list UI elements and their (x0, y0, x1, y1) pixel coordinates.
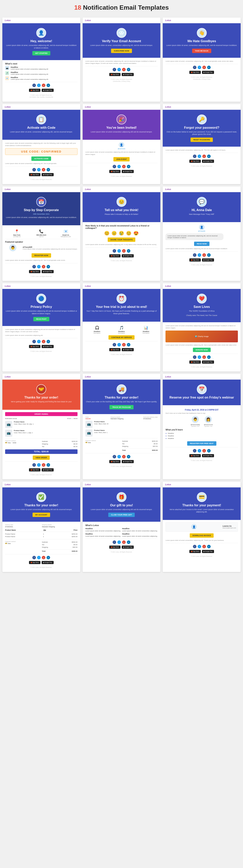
twitter-icon[interactable]: t (198, 155, 201, 158)
google-icon[interactable]: g (42, 265, 45, 269)
facebook-icon[interactable]: f (32, 340, 36, 343)
facebook-icon[interactable]: f (113, 455, 116, 459)
cta-button[interactable]: SUBSCRIBE NOW (111, 49, 132, 53)
linkedin-icon[interactable]: in (127, 68, 130, 71)
read-button[interactable]: READ POST (33, 317, 49, 321)
google-icon[interactable]: g (202, 66, 206, 69)
linkedin-icon[interactable]: in (47, 84, 50, 87)
facebook-icon[interactable]: f (113, 540, 116, 544)
download-invoice-button[interactable]: DOWNLOAD INVOICE (190, 533, 214, 538)
facebook-icon[interactable]: f (113, 165, 116, 168)
twitter-icon[interactable]: t (37, 84, 41, 87)
twitter-icon[interactable]: t (37, 168, 41, 172)
google-icon[interactable]: g (122, 165, 126, 168)
playstore-button[interactable]: ▶ Google Play (122, 348, 134, 351)
playstore-button[interactable]: ▶ Google Play (202, 454, 214, 457)
claim-button[interactable]: CLAIM YOUR FREE GIFT (108, 513, 135, 517)
linkedin-icon[interactable]: in (127, 540, 130, 544)
appstore-button[interactable]: 🍎 App Store (109, 460, 121, 463)
twitter-icon[interactable]: t (37, 556, 41, 559)
join-button[interactable]: JOIN EVENT (114, 157, 129, 161)
playstore-button[interactable]: ▶ Google Play (202, 550, 214, 553)
playstore-button[interactable]: ▶ Google Play (202, 71, 214, 74)
google-icon[interactable]: g (122, 68, 126, 71)
playstore-button[interactable]: ▶ Google Play (41, 561, 54, 564)
linkedin-icon[interactable]: in (47, 463, 50, 467)
google-icon[interactable]: g (122, 249, 126, 253)
playstore-button[interactable]: ▶ Google Play (122, 254, 134, 257)
playstore-button[interactable]: ▶ Google Play (202, 258, 214, 261)
playstore-button[interactable]: ▶ Google Play (41, 173, 54, 176)
appstore-button[interactable]: 🍎 App Store (109, 170, 121, 173)
google-icon[interactable]: g (202, 355, 206, 359)
appstore-button[interactable]: 🍎 App Store (189, 454, 201, 457)
facebook-icon[interactable]: f (113, 249, 116, 253)
twitter-icon[interactable]: t (198, 66, 201, 69)
rating-emoji-1[interactable]: 😊 (104, 231, 110, 236)
facebook-icon[interactable]: f (193, 355, 196, 359)
google-icon[interactable]: g (122, 343, 126, 346)
twitter-icon[interactable]: t (117, 165, 121, 168)
appstore-button[interactable]: 🍎 App Store (29, 345, 40, 348)
activate-button[interactable]: ACTIVATE CODE (31, 156, 51, 161)
google-icon[interactable]: g (202, 155, 206, 158)
linkedin-icon[interactable]: in (207, 545, 211, 548)
rating-emoji-2[interactable]: 😐 (112, 231, 117, 236)
appstore-button[interactable]: 🍎 App Store (189, 550, 201, 553)
facebook-icon[interactable]: f (193, 449, 196, 453)
twitter-icon[interactable]: t (198, 449, 201, 453)
linkedin-icon[interactable]: in (47, 340, 50, 343)
twitter-icon[interactable]: t (198, 355, 201, 359)
share-thoughts-button[interactable]: SHARE YOUR THOUGHTS (108, 238, 135, 242)
google-icon[interactable]: g (42, 84, 45, 87)
view-order-button[interactable]: VIEW ORDER (33, 456, 50, 460)
google-icon[interactable]: g (202, 253, 206, 257)
cta-button[interactable]: GET STARTED (32, 51, 50, 55)
appstore-button[interactable]: 🍎 App Store (189, 258, 201, 261)
playstore-button[interactable]: ▶ Google Play (122, 546, 134, 549)
twitter-icon[interactable]: t (117, 249, 121, 253)
playstore-button[interactable]: ▶ Google Play (41, 468, 54, 471)
facebook-icon[interactable]: f (193, 66, 196, 69)
twitter-icon[interactable]: t (117, 68, 121, 71)
playstore-button[interactable]: ▶ Google Play (41, 345, 54, 348)
facebook-icon[interactable]: f (32, 168, 36, 172)
rating-emoji-5[interactable]: 😍 (133, 231, 139, 236)
twitter-icon[interactable]: t (37, 340, 41, 343)
facebook-icon[interactable]: f (113, 68, 116, 71)
appstore-button[interactable]: 🍎 App Store (109, 348, 121, 351)
reset-button[interactable]: RESET PASSWORD (190, 137, 213, 142)
playstore-button[interactable]: ▶ Google Play (122, 170, 134, 173)
linkedin-icon[interactable]: in (127, 249, 130, 253)
account-button[interactable]: MY ACCOUNT (33, 513, 50, 517)
rating-emoji-3[interactable]: 😢 (119, 231, 124, 236)
google-icon[interactable]: g (42, 168, 45, 172)
linkedin-icon[interactable]: in (207, 449, 211, 453)
cta-button[interactable]: TAKE ME BACK (192, 49, 211, 53)
appstore-button[interactable]: 🍎 App Store (29, 173, 40, 176)
twitter-icon[interactable]: t (198, 253, 201, 257)
google-icon[interactable]: g (202, 449, 206, 453)
appstore-button[interactable]: 🍎 App Store (109, 546, 121, 549)
twitter-icon[interactable]: t (37, 265, 41, 269)
facebook-icon[interactable]: f (113, 343, 116, 346)
twitter-icon[interactable]: t (117, 343, 121, 346)
register-button[interactable]: REGISTER NOW (32, 253, 51, 257)
playstore-button[interactable]: ▶ Google Play (202, 361, 214, 364)
playstore-button[interactable]: ▶ Google Play (41, 89, 54, 92)
facebook-icon[interactable]: f (193, 253, 196, 257)
linkedin-icon[interactable]: in (47, 265, 50, 269)
linkedin-icon[interactable]: in (127, 455, 130, 459)
linkedin-icon[interactable]: in (47, 168, 50, 172)
twitter-icon[interactable]: t (37, 463, 41, 467)
google-icon[interactable]: g (202, 545, 206, 548)
facebook-icon[interactable]: f (193, 155, 196, 158)
google-icon[interactable]: g (122, 540, 126, 544)
appstore-button[interactable]: 🍎 App Store (29, 89, 40, 92)
appstore-button[interactable]: 🍎 App Store (29, 468, 40, 471)
facebook-icon[interactable]: f (32, 556, 36, 559)
rating-emoji-4[interactable]: 😊 (126, 231, 131, 236)
appstore-button[interactable]: 🍎 App Store (29, 561, 40, 564)
google-icon[interactable]: g (42, 340, 45, 343)
linkedin-icon[interactable]: in (207, 66, 211, 69)
